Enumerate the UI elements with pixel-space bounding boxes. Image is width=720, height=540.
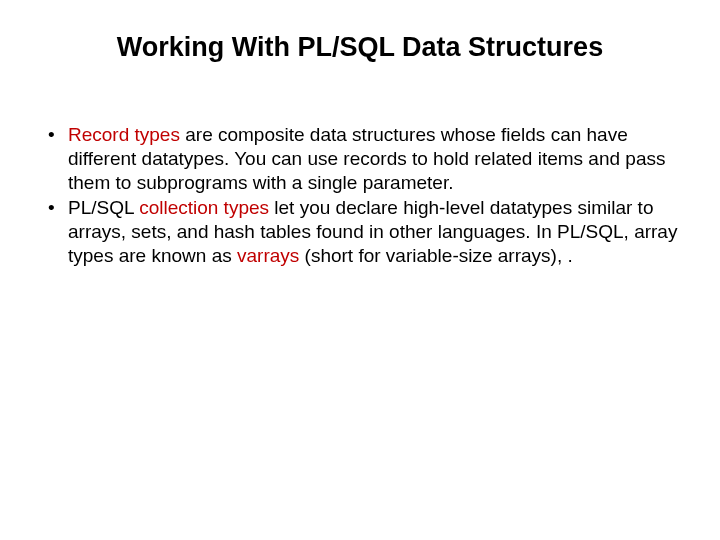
bullet-item-2: PL/SQL collection types let you declare …: [42, 196, 680, 267]
bullet-list: Record types are composite data structur…: [40, 123, 680, 268]
bullet-item-1: Record types are composite data structur…: [42, 123, 680, 194]
term-record-types: Record types: [68, 124, 180, 145]
bullet2-p5: (short for variable-size arrays), .: [299, 245, 572, 266]
term-collection-types: collection types: [139, 197, 269, 218]
slide-title: Working With PL/SQL Data Structures: [40, 32, 680, 63]
bullet2-p1: PL/SQL: [68, 197, 139, 218]
term-varrays: varrays: [237, 245, 299, 266]
